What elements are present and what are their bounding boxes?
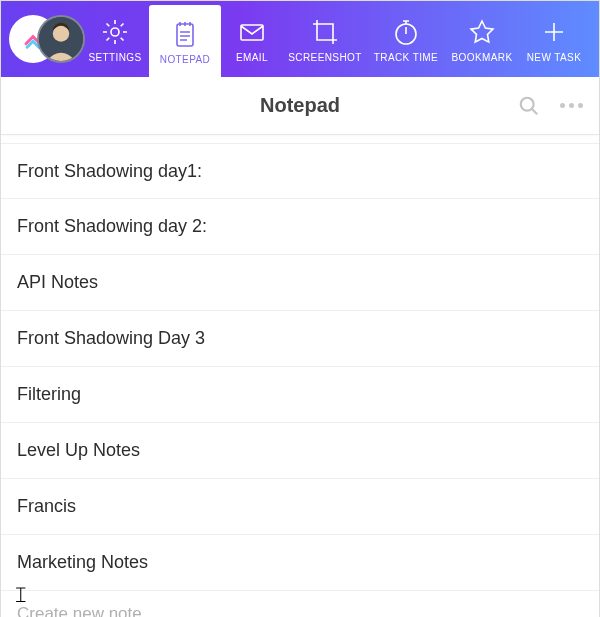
toolbar-email[interactable]: EMAIL xyxy=(221,1,283,77)
create-note-row xyxy=(1,591,599,617)
logo-avatar-group xyxy=(7,1,81,77)
toolbar-newtask[interactable]: NEW TASK xyxy=(519,1,589,77)
note-title: Level Up Notes xyxy=(17,440,140,461)
note-row[interactable]: Front Shadowing Day 3 xyxy=(1,311,599,367)
note-row[interactable]: Marketing Notes xyxy=(1,535,599,591)
toolbar-tracktime[interactable]: TRACK TIME xyxy=(367,1,445,77)
note-row[interactable]: Level Up Notes xyxy=(1,423,599,479)
toolbar-bookmark[interactable]: BOOKMARK xyxy=(445,1,519,77)
avatar-image xyxy=(39,17,83,61)
search-button[interactable] xyxy=(515,92,543,120)
notepad-icon xyxy=(169,18,201,50)
toolbar-tracktime-label: TRACK TIME xyxy=(374,52,438,63)
toolbar-notepad-label: NOTEPAD xyxy=(160,54,210,65)
toolbar-screenshot[interactable]: SCREENSHOT xyxy=(283,1,367,77)
note-title: Filtering xyxy=(17,384,81,405)
toolbar-bookmark-label: BOOKMARK xyxy=(452,52,513,63)
note-title: Front Shadowing day 2: xyxy=(17,216,207,237)
toolbar-notepad[interactable]: NOTEPAD xyxy=(149,5,221,77)
note-title: Marketing Notes xyxy=(17,552,148,573)
stopwatch-icon xyxy=(390,16,422,48)
note-row[interactable]: Francis xyxy=(1,479,599,535)
crop-icon xyxy=(309,16,341,48)
star-icon xyxy=(466,16,498,48)
envelope-icon xyxy=(236,16,268,48)
ellipsis-icon xyxy=(558,103,585,108)
user-avatar[interactable] xyxy=(37,15,85,63)
create-note-input[interactable] xyxy=(17,604,583,617)
note-row[interactable]: Front Shadowing day 2: xyxy=(1,199,599,255)
svg-point-6 xyxy=(521,97,534,110)
header-actions xyxy=(515,92,585,120)
toolbar-screenshot-label: SCREENSHOT xyxy=(288,52,361,63)
note-row[interactable]: API Notes xyxy=(1,255,599,311)
toolbar-settings[interactable]: SETTINGS xyxy=(81,1,149,77)
top-toolbar: SETTINGS NOTEPAD EMAIL SCREENSHOT TRACK … xyxy=(1,1,599,77)
toolbar-newtask-label: NEW TASK xyxy=(527,52,582,63)
toolbar-settings-label: SETTINGS xyxy=(88,52,141,63)
svg-rect-4 xyxy=(241,25,263,40)
search-icon xyxy=(518,95,540,117)
page-title: Notepad xyxy=(19,94,581,117)
page-header: Notepad xyxy=(1,77,599,135)
note-title: Front Shadowing day1: xyxy=(17,161,202,182)
note-row[interactable]: Filtering xyxy=(1,367,599,423)
svg-point-2 xyxy=(111,28,119,36)
note-title: API Notes xyxy=(17,272,98,293)
note-title: Front Shadowing Day 3 xyxy=(17,328,205,349)
note-row[interactable]: Front Shadowing day1: xyxy=(1,143,599,199)
svg-rect-3 xyxy=(177,24,193,46)
more-options-button[interactable] xyxy=(557,92,585,120)
toolbar-email-label: EMAIL xyxy=(236,52,268,63)
note-title: Francis xyxy=(17,496,76,517)
gear-icon xyxy=(99,16,131,48)
plus-icon xyxy=(538,16,570,48)
notes-list: Front Shadowing day1: Front Shadowing da… xyxy=(1,135,599,617)
